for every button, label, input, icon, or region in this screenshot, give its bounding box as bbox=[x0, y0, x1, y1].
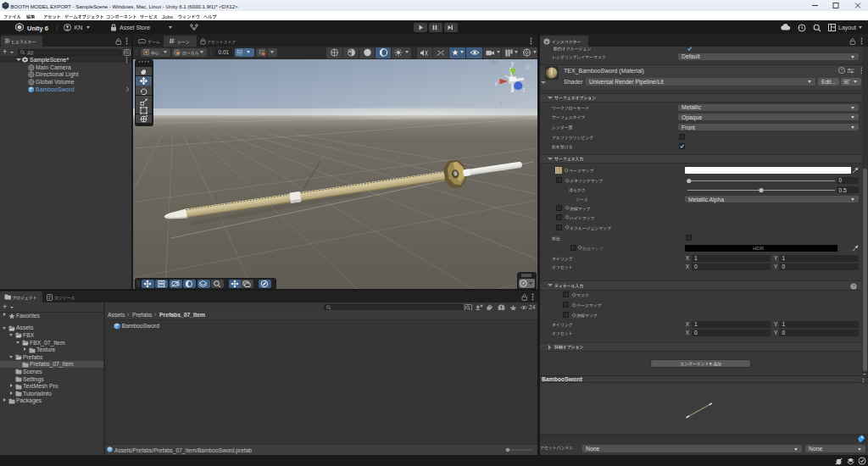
svg-text:y: y bbox=[511, 60, 515, 67]
svg-text:z: z bbox=[523, 86, 526, 92]
svg-text:?: ? bbox=[841, 68, 843, 73]
svg-text:x: x bbox=[495, 80, 498, 86]
